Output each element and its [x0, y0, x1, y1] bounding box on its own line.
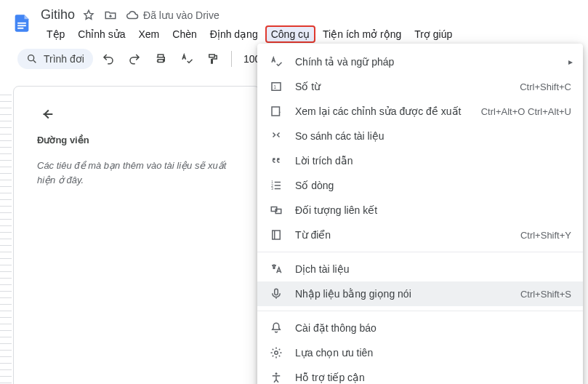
chevron-right-icon: ▸	[568, 57, 573, 67]
svg-rect-13	[273, 231, 281, 239]
dd-label: Cài đặt thông báo	[295, 322, 571, 334]
menu-file[interactable]: Tệp	[41, 25, 71, 43]
svg-point-3	[28, 55, 34, 61]
dd-label: Nhập liệu bằng giọng nói	[295, 288, 509, 300]
quote-icon	[269, 153, 283, 168]
menu-bar: Tệp Chỉnh sửa Xem Chèn Định dạng Công cụ…	[41, 25, 458, 43]
menu-help[interactable]: Trợ giúp	[408, 25, 458, 43]
dd-translate[interactable]: Dịch tài liệu	[257, 257, 583, 281]
svg-line-4	[33, 60, 36, 63]
outline-panel: Đường viền Các tiêu đề mà bạn thêm vào t…	[13, 86, 260, 384]
dd-shortcut: Ctrl+Shift+C	[520, 81, 571, 92]
svg-rect-1	[17, 25, 26, 26]
gear-icon	[269, 345, 283, 360]
dd-notifications[interactable]: Cài đặt thông báo	[257, 316, 583, 340]
dd-compare[interactable]: So sánh các tài liệu	[257, 124, 583, 148]
dd-label: Xem lại các chỉnh sửa được đề xuất	[295, 105, 470, 117]
svg-rect-15	[275, 289, 278, 295]
bell-icon	[269, 321, 283, 335]
link-icon	[269, 203, 283, 217]
translate-icon	[269, 262, 283, 276]
svg-point-17	[275, 372, 278, 375]
spellcheck-button[interactable]	[176, 49, 198, 69]
redo-button[interactable]	[124, 49, 145, 69]
outline-title: Đường viền	[37, 135, 241, 145]
document-title[interactable]: Gitiho	[41, 7, 75, 23]
dd-wordcount[interactable]: 1 Số từ Ctrl+Shift+C	[257, 74, 583, 99]
dd-accessibility[interactable]: Hỗ trợ tiếp cận	[257, 365, 583, 384]
dd-label: Từ điển	[295, 229, 509, 241]
menu-search-label: Trình đơi	[44, 53, 84, 65]
cloud-icon	[126, 9, 139, 22]
dd-label: Hỗ trợ tiếp cận	[295, 372, 571, 383]
undo-button[interactable]	[97, 49, 119, 69]
dd-label: Dịch tài liệu	[295, 263, 571, 275]
mic-icon	[269, 287, 283, 301]
move-icon[interactable]	[104, 9, 117, 22]
dd-preferences[interactable]: Lựa chọn ưu tiên	[257, 340, 583, 365]
svg-rect-7	[272, 107, 280, 116]
dd-label: Số dòng	[295, 180, 571, 191]
separator	[231, 51, 232, 67]
dd-label: Đối tượng liên kết	[295, 204, 571, 216]
vertical-ruler	[0, 95, 12, 384]
paint-format-button[interactable]	[202, 49, 224, 69]
review-icon	[269, 104, 283, 119]
menu-format[interactable]: Định dạng	[204, 25, 264, 43]
menu-extensions[interactable]: Tiện ích mở rộng	[317, 25, 407, 43]
svg-rect-2	[17, 28, 23, 29]
dd-review-suggestions[interactable]: Xem lại các chỉnh sửa được đề xuất Ctrl+…	[257, 99, 583, 124]
list-numbered-icon: 123	[269, 178, 283, 193]
dd-label: So sánh các tài liệu	[295, 130, 571, 142]
menu-view[interactable]: Xem	[133, 25, 166, 43]
svg-text:1: 1	[273, 84, 276, 89]
search-icon	[26, 53, 38, 65]
drive-status-text: Đã lưu vào Drive	[143, 9, 220, 21]
dd-shortcut: Ctrl+Alt+O Ctrl+Alt+U	[481, 106, 571, 117]
wordcount-icon: 1	[269, 79, 283, 94]
docs-logo-icon[interactable]	[9, 9, 35, 38]
dd-label: Lựa chọn ưu tiên	[295, 347, 571, 359]
dd-spelling[interactable]: Chính tả và ngữ pháp ▸	[257, 49, 583, 74]
outline-empty-text: Các tiêu đề mà bạn thêm vào tài liệu sẽ …	[37, 159, 241, 187]
separator	[257, 252, 583, 252]
spellcheck-icon	[269, 55, 283, 69]
print-button[interactable]	[150, 49, 172, 69]
menu-edit[interactable]: Chỉnh sửa	[72, 25, 131, 43]
dd-dictionary[interactable]: Từ điển Ctrl+Shift+Y	[257, 223, 583, 247]
dd-label: Lời trích dẫn	[295, 155, 571, 167]
svg-rect-0	[17, 23, 26, 24]
dd-shortcut: Ctrl+Shift+Y	[520, 230, 571, 241]
dd-label: Số từ	[295, 81, 508, 92]
dd-linked-objects[interactable]: Đối tượng liên kết	[257, 198, 583, 223]
dd-citations[interactable]: Lời trích dẫn	[257, 148, 583, 173]
dd-voice-typing[interactable]: Nhập liệu bằng giọng nói Ctrl+Shift+S	[257, 281, 583, 306]
menu-tools[interactable]: Công cụ	[265, 25, 315, 43]
dd-label: Chính tả và ngữ pháp	[295, 56, 571, 68]
svg-point-16	[275, 351, 278, 355]
star-icon[interactable]	[82, 9, 95, 22]
outline-back-button[interactable]	[37, 104, 57, 124]
book-icon	[269, 228, 283, 242]
compare-icon	[269, 129, 283, 143]
menu-insert[interactable]: Chèn	[166, 25, 202, 43]
tools-dropdown: Chính tả và ngữ pháp ▸ 1 Số từ Ctrl+Shif…	[257, 44, 583, 384]
menu-search[interactable]: Trình đơi	[17, 49, 93, 69]
header: Gitiho Đã lưu vào Drive Tệp Chỉnh sửa Xe…	[0, 0, 588, 43]
dd-shortcut: Ctrl+Shift+S	[520, 289, 571, 300]
svg-text:3: 3	[271, 187, 273, 191]
accessibility-icon	[269, 370, 283, 384]
dd-linecount[interactable]: 123 Số dòng	[257, 173, 583, 198]
separator	[257, 311, 583, 311]
